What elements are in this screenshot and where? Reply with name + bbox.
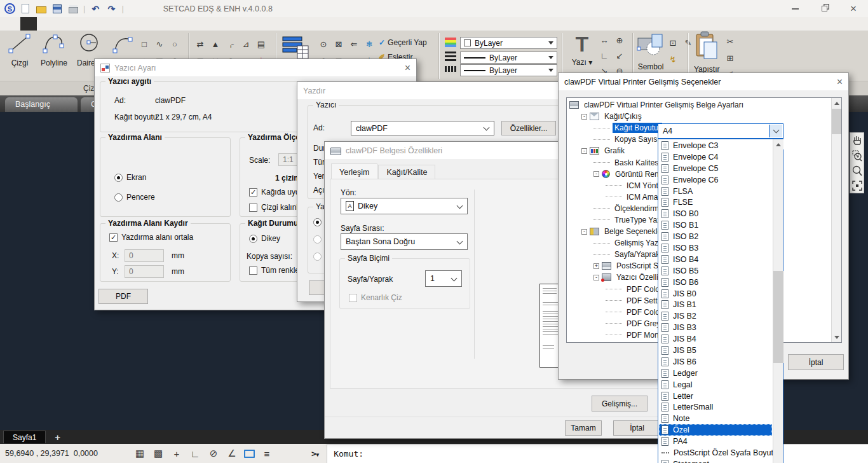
paper-size-option[interactable]: JIS B5 (659, 345, 772, 356)
close-button[interactable]: × (839, 0, 868, 17)
paper-size-option[interactable]: ISO B4 (659, 254, 772, 265)
paper-size-option[interactable]: ISO B3 (659, 242, 772, 254)
lineweight-toggle[interactable]: ≡ (261, 448, 273, 459)
command-prompt-arrow[interactable]: >▾ (311, 449, 319, 459)
printer-name-combo[interactable]: clawPDF (351, 121, 494, 135)
grid-toggle[interactable]: ▦ (133, 448, 146, 459)
properties-button[interactable]: Özellikler... (501, 121, 556, 135)
paper-size-option[interactable]: Ledger (659, 368, 772, 379)
title-bar[interactable]: S | ↶ ↷ | SETCAD EDŞ & ENH v.4.0.0.8 (0, 0, 868, 17)
menu-tab[interactable] (153, 17, 169, 31)
paper-size-option[interactable]: JIS B3 (659, 322, 772, 333)
orientation-combo[interactable]: A Dikey (341, 198, 468, 214)
portrait-radio[interactable]: Dikey (249, 234, 280, 243)
snap-toggle[interactable]: ▩ (152, 448, 165, 459)
tree-item[interactable]: - Kağıt/Çıkış (567, 111, 831, 122)
menu-tab[interactable] (37, 17, 53, 31)
menu-tab[interactable] (20, 17, 37, 31)
leader-dim[interactable]: ↙ (614, 50, 625, 61)
cancel-button[interactable]: İptal (788, 354, 844, 370)
paste-tool[interactable]: Yapıstır (694, 31, 719, 74)
pin-layer[interactable]: ⊙ (318, 38, 329, 50)
tab-layout[interactable]: Yerleşim (331, 163, 377, 179)
tree-scrollbar[interactable] (831, 98, 841, 342)
paper-size-option[interactable]: JIS B0 (659, 288, 772, 300)
offset-x-input[interactable]: 0 (125, 249, 164, 262)
fillet-tool[interactable]: ⌌ (225, 38, 236, 50)
pdf-button[interactable]: PDF (98, 289, 148, 304)
paper-size-option[interactable]: Legal (659, 379, 772, 390)
polyline-tool[interactable]: Polyline (37, 32, 71, 67)
rectangle-tool[interactable]: □ (139, 38, 150, 50)
add-sheet-button[interactable]: + (55, 432, 60, 443)
open-file-button[interactable] (36, 3, 47, 15)
cut-tool[interactable]: ✂ (724, 36, 736, 47)
print-button[interactable] (67, 3, 79, 15)
paper-size-combo[interactable]: A4 (658, 123, 783, 139)
paper-size-option[interactable]: ISO B0 (659, 208, 772, 219)
menu-tab[interactable] (103, 17, 119, 31)
freeze-layer[interactable]: ❄ (363, 38, 375, 50)
paper-size-option[interactable]: Note (659, 413, 772, 424)
rect-toggle[interactable] (244, 450, 255, 458)
trim-tool[interactable]: ⊿ (240, 38, 252, 50)
paper-size-option[interactable]: Letter (659, 390, 772, 402)
ellipse-tool[interactable]: ○ (169, 38, 180, 50)
paper-size-option[interactable]: Envelope C4 (659, 151, 772, 163)
paper-size-option[interactable]: ISO B6 (659, 277, 772, 288)
paper-size-option[interactable]: LetterSmall (659, 401, 772, 413)
paper-size-option[interactable]: Statement (659, 459, 772, 463)
restore-button[interactable] (810, 0, 839, 17)
erase-tool[interactable]: ▤ (255, 38, 267, 50)
line-tool[interactable]: Çizgi (5, 32, 34, 67)
paper-size-option[interactable]: ISO B2 (659, 231, 772, 242)
paper-size-option[interactable]: FLSA (659, 186, 772, 197)
tree-expander[interactable]: + (593, 263, 599, 269)
draw-border-checkbox[interactable]: Kenarlık Çiz (349, 293, 402, 302)
lock-layer[interactable]: ⊠ (333, 38, 344, 50)
redo-button[interactable]: ↷ (105, 3, 117, 15)
make-current-button[interactable]: ✓Geçerli Yap (379, 38, 427, 47)
dropdown-scrollbar[interactable] (773, 139, 783, 463)
menu-tab[interactable] (136, 17, 153, 31)
tree-expander[interactable]: - (581, 114, 587, 120)
tree-expander[interactable]: - (581, 229, 587, 235)
paper-size-option[interactable]: Özel (659, 424, 772, 436)
menu-tab[interactable] (53, 17, 70, 31)
lineweight-combo[interactable]: ByLayer (460, 52, 557, 64)
paper-size-option[interactable]: JIS B6 (659, 356, 772, 368)
color-combo[interactable]: ByLayer (460, 37, 557, 49)
cancel-button[interactable]: İptal (613, 420, 661, 436)
tree-expander[interactable]: - (593, 171, 599, 177)
advanced-options-titlebar[interactable]: clawPDF Virtual Printer Gelişmiş Seçenek… (559, 73, 848, 90)
command-line-input[interactable]: Komut: (327, 444, 868, 463)
close-icon[interactable]: × (824, 76, 843, 88)
lineweight-icon[interactable] (445, 52, 456, 61)
paper-size-option[interactable]: Envelope C6 (659, 174, 772, 186)
polar-toggle[interactable]: ⊘ (207, 448, 220, 459)
copy-clipboard[interactable]: ⊞ (724, 52, 736, 64)
paper-size-option[interactable]: PostScript Özel Syafa Boyutu (659, 447, 772, 459)
zoom-tool[interactable] (852, 165, 862, 177)
quick-symbol[interactable]: ↯ (667, 53, 679, 65)
advanced-button[interactable]: Gelişmiş... (592, 396, 648, 411)
zoom-extents-tool[interactable] (852, 181, 862, 191)
symbol-tool[interactable]: Sembol (637, 33, 665, 71)
menu-tab[interactable] (86, 17, 103, 31)
paper-size-option[interactable]: PA4 (659, 436, 772, 447)
linear-dim[interactable]: ↔ (599, 34, 610, 46)
ortho-toggle[interactable]: ∟ (189, 448, 201, 459)
print-dialog-titlebar[interactable]: Yazdır (297, 82, 595, 99)
tree-item[interactable]: clawPDF Virtual Printer Gelişmiş Belge A… (567, 99, 831, 111)
linetype-icon[interactable] (445, 66, 456, 72)
tree-expander[interactable]: - (593, 275, 599, 280)
paper-size-option[interactable]: JIS B1 (659, 299, 772, 310)
page-order-combo[interactable]: Baştan Sona Doğru (341, 233, 468, 250)
text-tool[interactable]: T Yazı ▾ (569, 32, 595, 67)
center-plot-checkbox[interactable]: Yazdırma alanı ortala (109, 233, 193, 242)
menu-tab[interactable] (70, 17, 86, 31)
save-button[interactable] (51, 3, 63, 15)
paper-size-option[interactable]: JIS B2 (659, 310, 772, 322)
move-to-layer[interactable]: ⇐ (348, 38, 360, 50)
center-mark[interactable]: ⊕ (614, 34, 625, 46)
